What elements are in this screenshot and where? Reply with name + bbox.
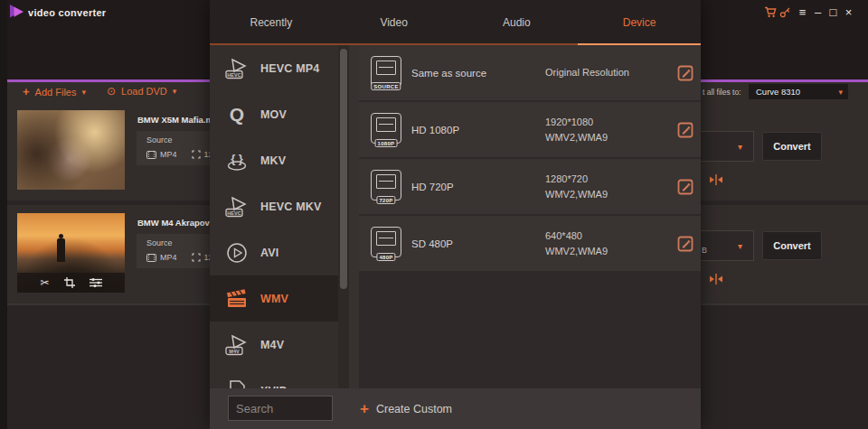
play-circle-icon [224,240,250,266]
edit-preset-icon[interactable] [677,65,693,81]
preset-codecs: WMV2,WMA9 [545,244,608,259]
svg-text:{ }: { } [231,152,243,165]
scrollbar-thumb[interactable] [340,49,347,289]
format-item-xvid[interactable]: XVID [210,368,338,390]
source-info-box: Source MP4 128 [137,234,220,268]
preset-resolution: 1280*720 [545,172,608,187]
thumbnail-edit-toolbar: ✂ [17,273,125,293]
crop-icon[interactable] [64,277,75,288]
effects-sliders-icon[interactable] [90,277,102,288]
format-item-m4v[interactable]: M4V M4V [210,322,338,368]
edit-preset-icon[interactable] [677,236,693,252]
source-info-box: Source MP4 128 [137,131,220,165]
chevron-down-icon: ▾ [838,88,848,97]
preset-codecs: WMV2,WMA9 [545,187,608,202]
convert-button[interactable]: Convert [762,132,822,161]
video-converter-window: video converter ≡ – □ × + Add Files ▾ ⊙ … [0,0,868,429]
1080p-preset-icon: 1080P [371,113,401,144]
search-input[interactable] [228,396,333,421]
format-item-hevc-mkv[interactable]: HEVC HEVC MKV [210,183,338,229]
video-thumbnail[interactable] [17,110,125,190]
chevron-down-icon[interactable]: ▾ [173,87,177,96]
matroska-icon: { } [224,148,250,173]
add-files-button[interactable]: + Add Files ▾ [23,85,86,98]
format-list: HEVC HEVC MP4 Q MOV { } MKV HEVC HEVC MK… [210,45,338,390]
preset-resolution: 1920*1080 [545,115,608,130]
m4v-play-icon: M4V [224,332,250,358]
merge-icon[interactable] [708,173,724,186]
format-item-wmv[interactable]: WMV [210,275,338,322]
svg-text:HEVC: HEVC [227,210,241,216]
create-custom-button[interactable]: + Create Custom [360,388,452,429]
svg-text:HEVC: HEVC [227,72,241,78]
hevc-play-icon: HEVC [224,194,250,219]
panel-tabbar: Recently Video Audio Device [210,0,701,45]
preset-hd-720p[interactable]: 720P HD 720P 1280*720 WMV2,WMA9 [359,159,701,214]
trim-scissors-icon[interactable]: ✂ [40,277,49,288]
plus-icon: + [360,401,369,416]
maximize-button[interactable]: □ [826,5,841,19]
resolution-icon [192,253,201,262]
output-profile-dropdown[interactable]: Curve 8310 ▾ [749,84,848,99]
preset-codecs: WMV2,WMA9 [545,130,608,145]
edit-preset-icon[interactable] [677,179,693,195]
preset-sd-480p[interactable]: 480P SD 480P 640*480 WMV2,WMA9 [359,216,701,271]
convert-button[interactable]: Convert [762,231,822,260]
preset-same-as-source[interactable]: SOURCE Same as source Original Resolutio… [359,45,701,100]
window-left-edge [0,0,7,429]
disc-icon: ⊙ [107,85,116,98]
format-item-avi[interactable]: AVI [210,229,338,275]
file-size-suffix: B [702,246,707,255]
output-format-panel: Recently Video Audio Device HEVC HEVC MP… [210,0,701,429]
app-logo-icon [8,4,26,19]
format-list-scrollbar[interactable] [338,45,349,390]
convert-all-files-label: t all files to: [703,88,741,97]
edit-preset-icon[interactable] [677,122,693,138]
resolution-icon [192,150,201,159]
thumbnail-figure [57,238,65,262]
preset-options-list: SOURCE Same as source Original Resolutio… [359,45,701,388]
format-item-mov[interactable]: Q MOV [210,91,338,137]
tab-device[interactable]: Device [578,0,701,45]
tab-recently[interactable]: Recently [210,0,333,45]
chevron-down-icon[interactable]: ▾ [81,88,86,97]
svg-text:M4V: M4V [229,349,240,354]
register-key-icon[interactable] [779,6,795,18]
format-item-mkv[interactable]: { } MKV [210,137,338,183]
tab-video[interactable]: Video [333,0,456,45]
menu-icon[interactable]: ≡ [795,5,810,19]
preset-resolution: 640*480 [545,228,608,244]
store-cart-icon[interactable] [764,6,779,18]
720p-preset-icon: 720P [371,170,401,201]
chevron-down-icon: ▾ [738,241,753,251]
plus-icon: + [23,85,30,98]
close-button[interactable]: × [841,5,856,19]
preset-hd-1080p[interactable]: 1080P HD 1080P 1920*1080 WMV2,WMA9 [359,102,701,157]
source-preset-icon: SOURCE [371,56,401,87]
tab-audio[interactable]: Audio [456,0,579,45]
video-thumbnail[interactable]: ✂ [17,213,125,293]
film-icon [146,254,156,262]
minimize-button[interactable]: – [810,5,826,19]
format-item-hevc-mp4[interactable]: HEVC HEVC MP4 [210,45,338,91]
hevc-play-icon: HEVC [224,56,250,81]
merge-icon[interactable] [708,273,724,285]
preset-resolution: Original Resolution [545,65,629,80]
chevron-down-icon: ▾ [738,142,753,152]
film-icon [146,151,156,159]
quicktime-icon: Q [224,102,250,127]
panel-footer: + Create Custom [210,388,701,429]
480p-preset-icon: 480P [371,227,401,257]
load-dvd-button[interactable]: ⊙ Load DVD ▾ [107,85,176,98]
clapperboard-icon [224,286,250,312]
app-title: video converter [28,7,106,18]
